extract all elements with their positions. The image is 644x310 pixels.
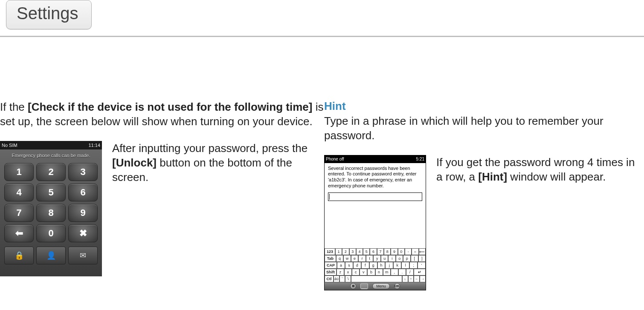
kb-key[interactable]: e <box>351 255 359 262</box>
text-cursor-icon <box>329 194 330 200</box>
key-up[interactable]: ↑ <box>408 276 414 282</box>
kb-key[interactable]: m <box>383 269 391 276</box>
kb-key[interactable]: h <box>377 262 386 269</box>
kb-key[interactable]: 9 <box>391 248 397 255</box>
tab-label: Settings <box>17 4 78 23</box>
kb-key[interactable]: p <box>403 255 411 262</box>
kb-key[interactable]: q <box>336 255 344 262</box>
kb-key[interactable]: b <box>367 269 375 276</box>
kb-key[interactable]: 0 <box>398 248 405 255</box>
kb-key[interactable]: n <box>375 269 383 276</box>
key-3[interactable]: 3 <box>68 163 98 181</box>
kb-key[interactable]: ] <box>418 255 426 262</box>
key-6[interactable]: 6 <box>68 184 98 201</box>
status-bar: No SIM 11:14 <box>0 141 102 149</box>
right-intro: Type in a phrase in which will help you … <box>324 114 644 143</box>
kb-key[interactable]: - <box>405 248 412 255</box>
key-accent[interactable]: áü <box>334 276 339 282</box>
emergency-msg: Emergency phone calls can be made. <box>0 149 102 163</box>
kb-key[interactable]: l <box>401 262 409 269</box>
kb-key[interactable]: x <box>344 269 352 276</box>
key-5[interactable]: 5 <box>36 184 66 201</box>
kb-key[interactable]: 4 <box>356 248 363 255</box>
key-right[interactable]: → <box>420 276 426 282</box>
key-ctl[interactable]: Ctl <box>325 276 334 282</box>
kb-key[interactable]: / <box>406 269 414 276</box>
kb-key[interactable]: 3 <box>349 248 356 255</box>
key-7[interactable]: 7 <box>4 204 34 222</box>
kb-key[interactable]: 6 <box>370 248 377 255</box>
key-cap[interactable]: CAP <box>325 262 337 269</box>
key-123[interactable]: 123 <box>325 248 335 255</box>
kb-key[interactable]: v <box>360 269 367 276</box>
kb-key[interactable]: d <box>353 262 361 269</box>
kb-key[interactable]: w <box>343 255 351 262</box>
kb-key[interactable]: = <box>412 248 418 255</box>
lock-icon[interactable]: 🔒 <box>4 247 34 264</box>
clock-2: 5:21 <box>416 157 424 161</box>
clock: 11:14 <box>88 143 100 148</box>
kb-key[interactable]: c <box>352 269 360 276</box>
menu-button[interactable]: Menu <box>372 283 390 289</box>
kb-key[interactable]: i <box>388 255 396 262</box>
key-clear[interactable]: ✖ <box>68 224 98 242</box>
ok-button[interactable]: OK <box>394 283 400 289</box>
soft-keyboard: 123 1 2 3 4 5 6 7 8 9 0 - = ⟵ Tab <box>325 248 426 282</box>
kb-key[interactable]: t <box>366 255 374 262</box>
key-shift[interactable]: Shift <box>325 269 337 276</box>
kb-key[interactable]: . <box>398 269 406 276</box>
keyboard-icon[interactable] <box>360 283 368 289</box>
kb-key[interactable]: y <box>373 255 381 262</box>
key-backspace[interactable]: ⟵ <box>419 248 426 255</box>
kb-key[interactable]: 5 <box>363 248 370 255</box>
kb-key[interactable]: 7 <box>377 248 384 255</box>
contact-icon[interactable]: 👤 <box>36 247 66 264</box>
windows-icon[interactable]: ⊞ <box>350 283 356 289</box>
left-intro: If the [Check if the device is not used … <box>0 100 324 129</box>
kb-key[interactable]: a <box>337 262 345 269</box>
kb-key[interactable]: [ <box>411 255 418 262</box>
password-input[interactable] <box>328 192 422 201</box>
left-aside: After inputting your password, press the… <box>112 141 324 185</box>
kb-key[interactable]: s <box>345 262 353 269</box>
key-down[interactable]: ↓ <box>402 276 408 282</box>
kb-key[interactable]: 2 <box>342 248 349 255</box>
kb-key[interactable]: \ <box>345 276 351 282</box>
kb-key[interactable]: k <box>393 262 401 269</box>
mail-icon[interactable]: ✉ <box>68 247 98 264</box>
left-column: If the [Check if the device is not used … <box>0 100 324 276</box>
unlock-label: [Unlock] <box>112 156 157 169</box>
lock-screen-mock: No SIM 11:14 Emergency phone calls can b… <box>0 141 102 276</box>
key-8[interactable]: 8 <box>36 204 66 222</box>
kb-key[interactable]: o <box>396 255 403 262</box>
settings-tab: Settings <box>6 0 92 29</box>
kb-key[interactable]: , <box>391 269 398 276</box>
key-4[interactable]: 4 <box>4 184 34 201</box>
tab-settings: Settings <box>6 0 92 29</box>
kb-key[interactable]: f <box>361 262 369 269</box>
key-back[interactable]: ⬅ <box>4 224 34 242</box>
status-bar-2: Phone off 5:21 <box>325 155 426 163</box>
key-9[interactable]: 9 <box>68 204 98 222</box>
right-aside: If you get the password wrong 4 times in… <box>436 155 644 184</box>
kb-key[interactable]: u <box>381 255 389 262</box>
key-tab[interactable]: Tab <box>325 255 336 262</box>
key-left[interactable]: ← <box>414 276 420 282</box>
bottom-bar: ⊞ Menu OK <box>325 282 426 290</box>
key-2[interactable]: 2 <box>36 163 66 181</box>
key-0[interactable]: 0 <box>36 224 66 242</box>
kb-key[interactable]: r <box>358 255 366 262</box>
kb-key[interactable]: ` <box>339 276 345 282</box>
kb-key[interactable]: ' <box>418 262 426 269</box>
key-1[interactable]: 1 <box>4 163 34 181</box>
key-space[interactable] <box>351 276 402 282</box>
kb-key[interactable]: g <box>369 262 377 269</box>
kb-key[interactable]: 1 <box>335 248 342 255</box>
key-enter[interactable]: ↵ <box>414 269 426 276</box>
wrong-password-msg: Several incorrect passwords have been en… <box>325 163 426 191</box>
kb-key[interactable]: z <box>337 269 344 276</box>
right-column: Hint Type in a phrase in which will help… <box>324 100 644 290</box>
kb-key[interactable]: 8 <box>384 248 391 255</box>
kb-key[interactable]: ; <box>409 262 418 269</box>
kb-key[interactable]: j <box>385 262 393 269</box>
